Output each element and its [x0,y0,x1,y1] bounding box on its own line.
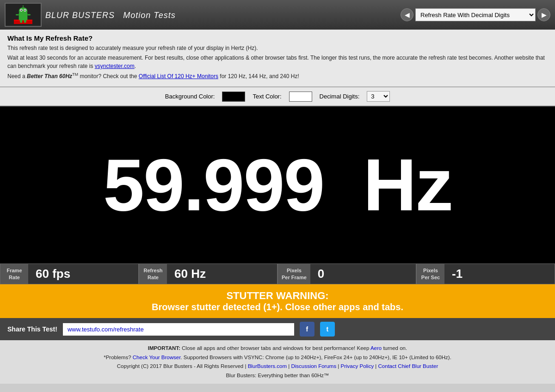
forums-link[interactable]: Discussion Forums [291,363,336,369]
info-para1: This refresh rate test is designed to ac… [7,44,548,52]
stat-frame-rate: FrameRate 60 fps [0,263,139,284]
svg-point-9 [23,6,24,6]
hz-display: 59.999 Hz [103,148,452,222]
svg-rect-13 [24,20,26,23]
share-label: Share This Test! [7,325,57,333]
contact-link[interactable]: Contact Chief Blur Buster [378,363,438,369]
svg-point-3 [19,7,28,15]
twitter-share-button[interactable]: t [320,322,335,337]
text-color-swatch[interactable] [289,92,312,102]
hz-value: 59.999 [103,143,324,226]
nav-right: ◀ Refresh Rate With Decimal Digits Frame… [401,8,550,21]
stat-pixels-per-sec: PixelsPer Sec -1 [416,263,555,284]
stat-pixels-per-frame: PixelsPer Frame 0 [278,263,416,284]
stat-refresh-rate-label: RefreshRate [139,264,167,284]
site-title-area: BLUR BUSTERS Motion Tests [45,9,176,21]
warning-bar: STUTTER WARNING: Browser stutter detecte… [0,284,555,318]
nav-next-button[interactable]: ▶ [537,8,550,21]
stat-pixels-per-sec-value: -1 [444,264,555,284]
info-box: What Is My Refresh Rate? This refresh ra… [0,30,555,87]
trademark-sup: TM [72,72,78,77]
bg-color-label: Background Color: [165,93,215,100]
better-than-60hz-text: Better Than 60Hz [27,73,72,80]
nav-prev-button[interactable]: ◀ [401,8,413,21]
logo-alien-icon [14,6,32,24]
info-para3: Need a Better Than 60HzTM monitor? Check… [7,72,548,80]
site-title: BLUR BUSTERS Motion Tests [45,9,176,20]
decimal-digits-select[interactable]: 0 1 2 3 4 5 [367,91,390,102]
warning-body: Browser stutter detected (1+). Close oth… [152,302,403,312]
footer-line1: IMPORTANT: Close all apps and other brow… [4,344,551,353]
info-para2: Wait at least 30 seconds for an accurate… [7,54,548,70]
logo-box [5,3,42,27]
header: BLUR BUSTERS Motion Tests ◀ Refresh Rate… [0,0,555,30]
share-url-input[interactable] [63,323,294,336]
controls-bar: Background Color: Text Color: Decimal Di… [0,87,555,106]
stats-bar: FrameRate 60 fps RefreshRate 60 Hz Pixel… [0,263,555,284]
bg-color-swatch[interactable] [222,92,245,102]
stat-frame-rate-value: 60 fps [28,264,138,284]
blurbusters-link[interactable]: BlurBusters.com [248,363,287,369]
svg-point-6 [21,10,22,11]
text-color-label: Text Color: [253,93,281,100]
stat-frame-rate-label: FrameRate [0,264,28,284]
svg-rect-11 [27,14,31,16]
footer-line2: *Problems? Check Your Browser. Supported… [4,353,551,362]
decimal-digits-label: Decimal Digits: [320,93,360,100]
share-bar: Share This Test! f t [0,318,555,340]
main-display: 59.999 Hz [0,106,555,263]
facebook-share-button[interactable]: f [300,322,314,337]
privacy-link[interactable]: Privacy Policy [341,363,374,369]
footer-line4: Blur Busters: Everything better than 60H… [4,371,551,380]
check-browser-link[interactable]: Check Your Browser [133,355,181,360]
stat-refresh-rate: RefreshRate 60 Hz [139,263,278,284]
stat-pixels-per-frame-label: PixelsPer Frame [278,264,310,284]
stat-pixels-per-sec-label: PixelsPer Sec [417,264,444,284]
stat-pixels-per-frame-value: 0 [310,264,416,284]
warning-title: STUTTER WARNING: [7,290,548,302]
logo-area: BLUR BUSTERS Motion Tests [5,3,176,27]
footer-line3: Copyright (C) 2017 Blur Busters - All Ri… [4,362,551,371]
vsynctester-link[interactable]: vsynctester.com [95,63,135,69]
svg-point-7 [25,10,26,11]
nav-dropdown[interactable]: Refresh Rate With Decimal Digits Frame R… [415,8,536,21]
info-heading: What Is My Refresh Rate? [7,34,548,42]
aero-link[interactable]: Aero [370,345,382,351]
svg-rect-12 [20,20,22,23]
svg-rect-10 [16,14,19,16]
hz-unit: Hz [363,143,452,226]
stat-refresh-rate-value: 60 Hz [167,264,277,284]
footer: IMPORTANT: Close all apps and other brow… [0,340,555,384]
monitor-list-link[interactable]: Official List Of 120 Hz+ Monitors [139,73,218,80]
